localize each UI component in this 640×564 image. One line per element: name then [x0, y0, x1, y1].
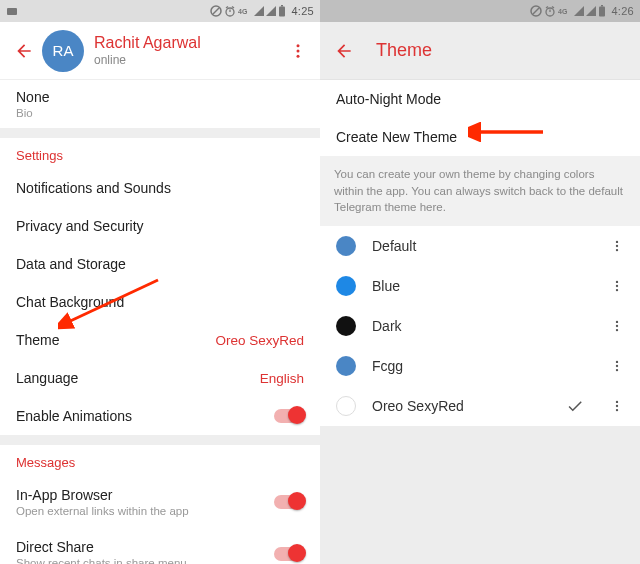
- divider: [0, 435, 320, 445]
- theme-row[interactable]: Theme Oreo SexyRed: [0, 321, 320, 359]
- language-row[interactable]: Language English: [0, 359, 320, 397]
- svg-rect-0: [7, 8, 17, 15]
- theme-item[interactable]: Default: [320, 226, 640, 266]
- theme-name: Blue: [372, 278, 400, 294]
- theme-value: Oreo SexyRed: [215, 333, 304, 348]
- bio-label: Bio: [16, 107, 33, 119]
- bio-value: None: [16, 89, 49, 105]
- inapp-label: In-App Browser: [16, 487, 189, 503]
- theme-more-icon[interactable]: [606, 239, 628, 253]
- volte-icon: 4G: [558, 6, 572, 16]
- svg-point-32: [616, 361, 618, 363]
- auto-night-row[interactable]: Auto-Night Mode: [320, 80, 640, 118]
- svg-point-26: [616, 281, 618, 283]
- signal2-icon: [266, 6, 276, 16]
- settings-scroll[interactable]: None Bio Settings Notifications and Soun…: [0, 80, 320, 564]
- svg-point-31: [616, 329, 618, 331]
- theme-info: You can create your own theme by changin…: [320, 156, 640, 226]
- app-bar: RA Rachit Agarwal online: [0, 22, 320, 80]
- language-value: English: [260, 371, 304, 386]
- animations-row[interactable]: Enable Animations: [0, 397, 320, 435]
- switch-icon[interactable]: [274, 409, 304, 423]
- theme-more-icon[interactable]: [606, 279, 628, 293]
- check-icon: [566, 397, 584, 415]
- back-icon[interactable]: [330, 41, 358, 61]
- theme-item[interactable]: Blue: [320, 266, 640, 306]
- directshare-label: Direct Share: [16, 539, 187, 555]
- dnd-icon: [530, 5, 542, 17]
- dnd-icon: [210, 5, 222, 17]
- profile-name[interactable]: Rachit Agarwal: [94, 34, 201, 52]
- language-label: Language: [16, 370, 78, 386]
- theme-color-dot: [336, 276, 356, 296]
- avatar[interactable]: RA: [42, 30, 84, 72]
- page-title: Theme: [376, 40, 432, 61]
- phone-right: 4G 4:26 Theme Auto-Night Mode Create New…: [320, 0, 640, 564]
- switch-icon[interactable]: [274, 547, 304, 561]
- direct-share-row[interactable]: Direct Share Show recent chats in share …: [0, 528, 320, 564]
- back-icon[interactable]: [10, 41, 38, 61]
- chat-background-row[interactable]: Chat Background: [0, 283, 320, 321]
- theme-more-icon[interactable]: [606, 319, 628, 333]
- more-icon[interactable]: [286, 42, 310, 60]
- signal-icon: [254, 6, 264, 16]
- create-theme-row[interactable]: Create New Theme: [320, 118, 640, 156]
- profile-status: online: [94, 53, 201, 67]
- svg-point-25: [616, 249, 618, 251]
- theme-color-dot: [336, 356, 356, 376]
- theme-item[interactable]: Dark: [320, 306, 640, 346]
- theme-name: Default: [372, 238, 416, 254]
- svg-point-33: [616, 365, 618, 367]
- privacy-row[interactable]: Privacy and Security: [0, 207, 320, 245]
- svg-rect-8: [279, 7, 285, 17]
- status-bar: 4G 4:25: [0, 0, 320, 22]
- theme-label: Theme: [16, 332, 60, 348]
- data-storage-row[interactable]: Data and Storage: [0, 245, 320, 283]
- theme-name: Fcgg: [372, 358, 403, 374]
- svg-line-19: [552, 7, 554, 9]
- theme-list: DefaultBlueDarkFcggOreo SexyRed: [320, 226, 640, 426]
- theme-item[interactable]: Fcgg: [320, 346, 640, 386]
- volte-icon: 4G: [238, 6, 252, 16]
- svg-point-27: [616, 285, 618, 287]
- theme-item[interactable]: Oreo SexyRed: [320, 386, 640, 426]
- svg-point-28: [616, 289, 618, 291]
- alarm-icon: [544, 5, 556, 17]
- switch-icon[interactable]: [274, 495, 304, 509]
- svg-point-37: [616, 409, 618, 411]
- status-time: 4:25: [291, 5, 314, 17]
- svg-line-18: [546, 7, 548, 9]
- animations-label: Enable Animations: [16, 408, 132, 424]
- inapp-browser-row[interactable]: In-App Browser Open external links withi…: [0, 476, 320, 528]
- bio-row[interactable]: None Bio: [0, 80, 320, 128]
- theme-name: Dark: [372, 318, 402, 334]
- inapp-sub: Open external links within the app: [16, 505, 189, 517]
- battery-icon: [278, 5, 286, 17]
- svg-point-35: [616, 401, 618, 403]
- svg-text:4G: 4G: [238, 8, 248, 15]
- svg-point-30: [616, 325, 618, 327]
- svg-text:4G: 4G: [558, 8, 568, 15]
- signal-icon: [574, 6, 584, 16]
- empty-area: [320, 426, 640, 564]
- theme-color-dot: [336, 396, 356, 416]
- svg-point-34: [616, 369, 618, 371]
- theme-more-icon[interactable]: [606, 359, 628, 373]
- theme-more-icon[interactable]: [606, 399, 628, 413]
- svg-point-12: [297, 54, 300, 57]
- phone-left: 4G 4:25 RA Rachit Agarwal online None Bi…: [0, 0, 320, 564]
- messages-header: Messages: [0, 445, 320, 476]
- svg-rect-21: [599, 7, 605, 17]
- divider: [0, 128, 320, 138]
- theme-scroll[interactable]: Auto-Night Mode Create New Theme You can…: [320, 80, 640, 564]
- notifications-row[interactable]: Notifications and Sounds: [0, 169, 320, 207]
- status-bar: 4G 4:26: [320, 0, 640, 22]
- svg-rect-22: [601, 5, 603, 7]
- status-time: 4:26: [611, 5, 634, 17]
- alarm-icon: [224, 5, 236, 17]
- theme-color-dot: [336, 316, 356, 336]
- theme-color-dot: [336, 236, 356, 256]
- svg-line-2: [213, 8, 219, 14]
- theme-name: Oreo SexyRed: [372, 398, 464, 414]
- svg-point-24: [616, 245, 618, 247]
